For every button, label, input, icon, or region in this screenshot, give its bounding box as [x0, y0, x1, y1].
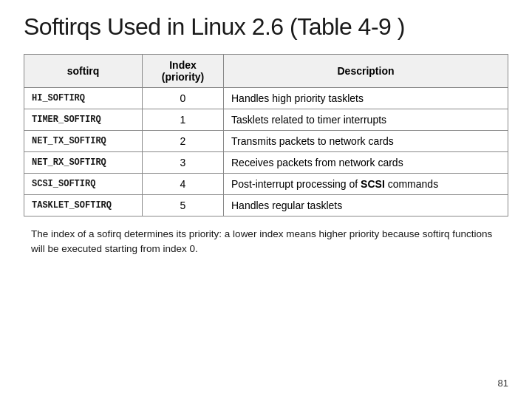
softirq-name: NET_TX_SOFTIRQ — [24, 131, 143, 152]
softirq-description: Handles high priority tasklets — [224, 88, 508, 109]
table-header-row: softirq Index (priority) Description — [24, 55, 508, 88]
footer-text: The index of a sofirq determines its pri… — [24, 227, 508, 257]
softirq-name: HI_SOFTIRQ — [24, 88, 143, 109]
softirq-description: Handles regular tasklets — [224, 195, 508, 216]
softirqs-table: softirq Index (priority) Description HI_… — [24, 54, 508, 216]
softirq-description: Tasklets related to timer interrupts — [224, 109, 508, 131]
softirq-index: 0 — [143, 88, 224, 109]
softirq-name: NET_RX_SOFTIRQ — [24, 152, 143, 174]
table-row: TIMER_SOFTIRQ 1 Tasklets related to time… — [24, 109, 508, 131]
col-header-description: Description — [224, 55, 508, 88]
table-row: TASKLET_SOFTIRQ 5 Handles regular taskle… — [24, 195, 508, 216]
table-row: NET_TX_SOFTIRQ 2 Transmits packets to ne… — [24, 131, 508, 152]
softirq-index: 3 — [143, 152, 224, 174]
page-title: Softirqs Used in Linux 2.6 (Table 4-9 ) — [24, 13, 508, 41]
col-header-index: Index (priority) — [143, 55, 224, 88]
table-row: HI_SOFTIRQ 0 Handles high priority taskl… — [24, 88, 508, 109]
softirq-index: 5 — [143, 195, 224, 216]
softirq-name: TASKLET_SOFTIRQ — [24, 195, 143, 216]
softirq-description: Transmits packets to network cards — [224, 131, 508, 152]
page: Softirqs Used in Linux 2.6 (Table 4-9 ) … — [0, 0, 532, 399]
softirq-index: 4 — [143, 174, 224, 195]
page-number: 81 — [498, 378, 508, 389]
softirq-name: SCSI_SOFTIRQ — [24, 174, 143, 195]
table-row: NET_RX_SOFTIRQ 3 Receives packets from n… — [24, 152, 508, 174]
col-header-softirq: softirq — [24, 55, 143, 88]
softirq-name: TIMER_SOFTIRQ — [24, 109, 143, 131]
softirq-index: 2 — [143, 131, 224, 152]
bold-text: SCSI — [361, 178, 385, 190]
softirq-description: Receives packets from network cards — [224, 152, 508, 174]
softirq-index: 1 — [143, 109, 224, 131]
table-row: SCSI_SOFTIRQ 4 Post-interrupt processing… — [24, 174, 508, 195]
softirq-description: Post-interrupt processing of SCSI comman… — [224, 174, 508, 195]
